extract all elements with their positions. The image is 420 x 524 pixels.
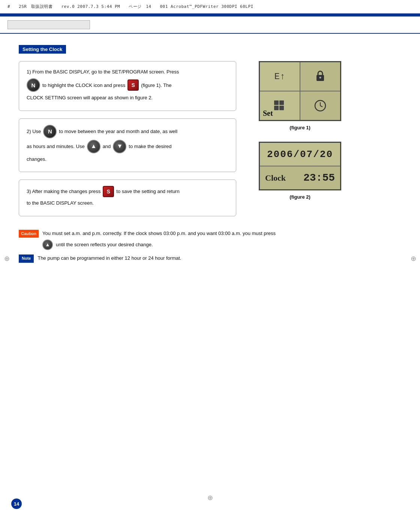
lock-icon (315, 70, 326, 83)
button-up-caution[interactable]: ▲ (42, 240, 53, 250)
svg-line-8 (320, 106, 322, 107)
button-n-step1[interactable]: N (27, 78, 40, 92)
figure1-label: (figure 1) (290, 125, 310, 130)
reg-mark-bottom: ⊕ (206, 494, 214, 502)
button-s-step3[interactable]: S (103, 186, 114, 197)
button-s-step1[interactable]: S (128, 79, 139, 91)
svg-rect-4 (274, 106, 279, 110)
caution-sub: ▲ until the screen reflects your desired… (42, 240, 401, 250)
figure1-display: E↑ (259, 61, 341, 121)
fig2-date-row: 2006/07/20 (260, 143, 340, 166)
step1-line2: N to highlight the CLOCK icon and press … (27, 78, 228, 92)
caution-sub-text: until the screen reflects your desired c… (56, 241, 153, 249)
search-input[interactable] (8, 20, 90, 29)
step1-box: 1) From the BASIC DISPLAY, go to the SET… (19, 61, 236, 111)
step2-line2-text: as hours and minutes. Use (27, 142, 85, 151)
figure1-container: E↑ (259, 61, 341, 130)
button-n-step2[interactable]: N (43, 125, 57, 138)
step3-line2: to the BASIC DISPLAY screen. (27, 199, 228, 207)
fig1-cell-tl: E↑ (260, 62, 300, 91)
header-text: # 2SR 取扱説明書 rev.0 2007.7.3 5:44 PM ページ 1… (8, 4, 254, 9)
step2-line1-text: 2) Use (27, 127, 41, 136)
step1-line1: 1) From the BASIC DISPLAY, go to the SET… (27, 67, 228, 76)
step3-line1-text: 3) After making the changes press (27, 187, 100, 196)
step3-box: 3) After making the changes press S to s… (19, 180, 236, 216)
step1-line2-text: to highlight the CLOCK icon and press (42, 81, 125, 90)
caution-text-block: You must set a.m. and p.m. correctly. If… (42, 230, 401, 250)
section-heading: Setting the Clock (19, 45, 66, 54)
toolbar-area (0, 16, 420, 34)
header-bar: # 2SR 取扱説明書 rev.0 2007.7.3 5:44 PM ページ 1… (0, 0, 420, 13)
step2-box: 2) Use N to move between the year and mo… (19, 118, 236, 172)
caution-badge: Caution (19, 230, 39, 238)
grid-icon (274, 100, 286, 111)
steps-column: 1) From the BASIC DISPLAY, go to the SET… (19, 61, 236, 224)
caution-text-inner: You must set a.m. and p.m. correctly. If… (42, 230, 401, 250)
step2-line2-suffix: to make the desired (129, 142, 171, 151)
step1-line3: CLOCK SETTING screen will appear as show… (27, 93, 228, 102)
page-number: 14 (11, 499, 22, 509)
fig1-cell-tr (300, 62, 340, 91)
clock-icon-fig1 (314, 99, 327, 112)
fig2-time-row: Clock 23:55 (260, 166, 340, 189)
step3-line1: 3) After making the changes press S to s… (27, 186, 228, 197)
fig1-cell-br (300, 91, 340, 120)
two-col-layout: 1) From the BASIC DISPLAY, go to the SET… (19, 61, 401, 224)
note-badge: Note (19, 255, 34, 263)
figure2-label: (figure 2) (290, 194, 310, 200)
reg-mark-left: ⊕ (3, 255, 10, 262)
step3-line1-suffix: to save the setting and return (116, 187, 179, 196)
note-row: Note The pump can be programmed in eithe… (19, 255, 401, 263)
step2-line2: as hours and minutes. Use ▲ and ▼ to mak… (27, 140, 228, 153)
fig1-set-label: Set (263, 109, 273, 118)
button-down-step2[interactable]: ▼ (113, 140, 126, 153)
step1-line2-suffix: (figure 1). The (141, 81, 171, 90)
figure2-container: 2006/07/20 Clock 23:55 (figure 2) (259, 142, 341, 200)
step2-line1-suffix: to move between the year and month and d… (59, 127, 177, 136)
svg-point-1 (320, 77, 321, 79)
top-accent-bar (0, 13, 420, 16)
svg-rect-3 (279, 100, 284, 105)
button-up-step2[interactable]: ▲ (87, 140, 100, 153)
caution-row: Caution You must set a.m. and p.m. corre… (19, 230, 401, 250)
svg-rect-2 (274, 100, 279, 105)
fig2-time: 23:55 (303, 172, 335, 184)
svg-rect-5 (279, 106, 284, 110)
step2-line1: 2) Use N to move between the year and mo… (27, 125, 228, 138)
step2-line3: changes. (27, 155, 228, 163)
main-content: Setting the Clock 1) From the BASIC DISP… (0, 34, 420, 278)
step2-line2-mid: and (103, 142, 111, 151)
fig1-top-row: E↑ (260, 62, 340, 91)
fig2-date: 2006/07/20 (267, 149, 333, 160)
reg-mark-right: ⊕ (410, 255, 417, 262)
figures-column: E↑ (248, 61, 352, 200)
caution-text: You must set a.m. and p.m. correctly. If… (42, 230, 401, 238)
fig2-clock-label: Clock (265, 173, 286, 183)
note-text: The pump can be programmed in either 12 … (38, 255, 401, 262)
notices-section: Caution You must set a.m. and p.m. corre… (19, 230, 401, 263)
figure2-display: 2006/07/20 Clock 23:55 (259, 142, 341, 190)
